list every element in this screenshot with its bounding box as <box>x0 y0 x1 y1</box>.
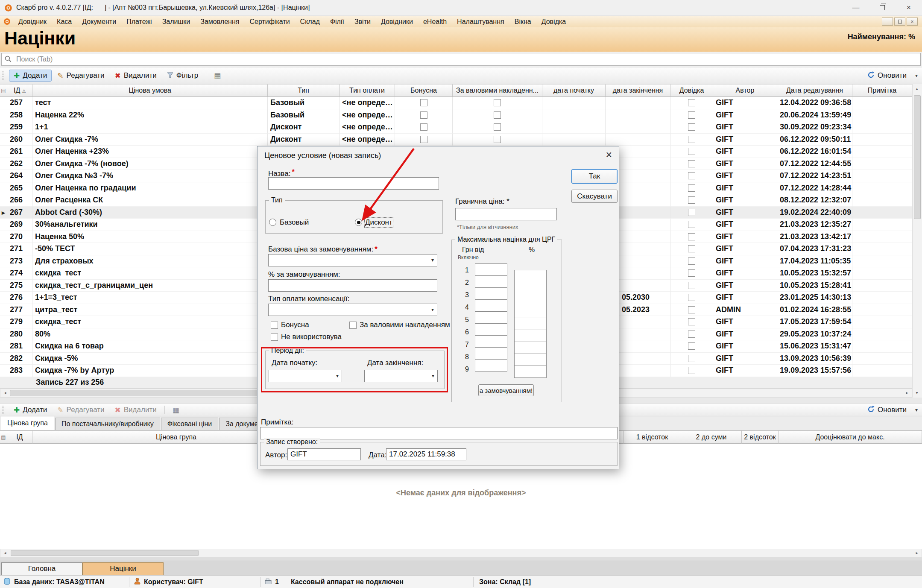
toolbar-grip[interactable] <box>3 406 5 414</box>
column-header-pct2[interactable]: 2 відсоток <box>742 430 779 444</box>
add-button[interactable]: ✚Додати <box>9 70 52 82</box>
mdi-restore-button[interactable] <box>894 18 905 26</box>
row-checkbox[interactable] <box>688 342 695 350</box>
payment-type-select[interactable]: ▾ <box>268 304 437 316</box>
refresh-button[interactable]: Оновити <box>863 70 911 82</box>
restore-button[interactable] <box>869 0 896 15</box>
menu-item[interactable]: Склад <box>295 18 325 26</box>
crg-grn-input[interactable] <box>475 347 507 360</box>
scroll-right-icon[interactable]: ▸ <box>913 549 921 557</box>
row-checkbox[interactable] <box>688 367 695 374</box>
close-button[interactable]: × <box>896 0 922 15</box>
vertical-scrollbar-main[interactable]: ▴ ▾ <box>912 84 922 398</box>
defaults-button[interactable]: а замовчуванням! <box>478 384 534 396</box>
date-start-select[interactable]: ▾ <box>269 370 342 382</box>
row-checkbox[interactable] <box>688 355 695 362</box>
crg-pct-input[interactable] <box>514 366 547 378</box>
filter-button[interactable]: Фільтр <box>162 70 203 82</box>
menu-item[interactable]: Документи <box>77 18 121 26</box>
row-checkbox[interactable] <box>688 282 695 289</box>
radio-base-label[interactable]: Базовый <box>280 218 309 227</box>
search-input[interactable] <box>1 53 921 66</box>
crg-grn-input[interactable] <box>475 335 507 348</box>
minimize-button[interactable]: — <box>843 0 869 15</box>
column-header-id[interactable]: ІД△ <box>7 84 32 97</box>
header-corner-cell[interactable]: ▤ <box>0 430 7 444</box>
crg-pct-input[interactable] <box>514 282 547 294</box>
row-checkbox[interactable] <box>688 306 695 313</box>
column-header-date-start[interactable]: дата початку <box>542 84 606 97</box>
row-checkbox[interactable] <box>494 99 501 106</box>
crg-pct-input[interactable] <box>514 354 547 366</box>
mdi-close-button[interactable]: × <box>907 18 918 26</box>
menu-item[interactable]: Сертифікати <box>244 18 295 26</box>
crg-pct-input[interactable] <box>514 294 547 306</box>
header-corner-cell[interactable]: ▤ <box>0 84 7 97</box>
menu-item[interactable]: Залишки <box>157 18 196 26</box>
radio-discount-label[interactable]: Дисконт <box>365 218 392 227</box>
crg-pct-input[interactable] <box>514 318 547 330</box>
row-checkbox[interactable] <box>688 196 695 204</box>
radio-base[interactable] <box>269 219 276 226</box>
table-row[interactable]: 258Наценка 22%Базовый<не опреде…GIFT20.0… <box>0 109 912 122</box>
row-checkbox[interactable] <box>688 160 695 167</box>
menu-item[interactable]: Довідка <box>536 18 571 26</box>
row-checkbox[interactable] <box>688 148 695 155</box>
row-checkbox[interactable] <box>420 136 427 143</box>
radio-discount[interactable] <box>355 219 362 226</box>
column-header-reference[interactable]: Довідка <box>670 84 713 97</box>
row-checkbox[interactable] <box>688 233 695 240</box>
columns-button-lower[interactable]: ▦ <box>168 406 184 415</box>
scrollbar-thumb[interactable] <box>914 95 921 219</box>
percent-default-input[interactable] <box>268 279 437 292</box>
menu-item[interactable]: Довідники <box>376 18 418 26</box>
crg-grn-input[interactable] <box>475 299 507 312</box>
column-header-author[interactable]: Автор <box>713 84 777 97</box>
row-checkbox[interactable] <box>688 172 695 179</box>
menu-item[interactable]: Каса <box>52 18 77 26</box>
tab-golovna[interactable]: Головна <box>1 562 82 575</box>
gross-checkbox[interactable] <box>349 322 357 329</box>
column-header-tosum2[interactable]: 2 до суми <box>681 430 742 444</box>
base-price-select[interactable]: ▾ <box>268 254 437 266</box>
crg-pct-input[interactable] <box>514 330 547 342</box>
menu-item[interactable]: Довідник <box>13 18 52 26</box>
add-button-lower[interactable]: ✚Додати <box>9 405 52 415</box>
crg-grn-input[interactable] <box>475 323 507 336</box>
row-checkbox[interactable] <box>420 123 427 131</box>
refresh-button-lower[interactable]: Оновити <box>863 405 911 415</box>
table-row[interactable]: 2591+1Дисконт<не опреде…GIFT30.09.2022 0… <box>0 121 912 134</box>
limit-price-input[interactable] <box>455 208 557 220</box>
author-input[interactable] <box>287 448 361 460</box>
mdi-minimize-button[interactable]: — <box>882 18 893 26</box>
bonus-checkbox[interactable] <box>271 322 278 329</box>
lower-tab[interactable]: Цінова група <box>1 416 54 430</box>
toolbar-grip[interactable] <box>3 71 5 80</box>
row-checkbox[interactable] <box>688 331 695 338</box>
edit-button-lower[interactable]: ✎Редагувати <box>53 405 109 415</box>
toolbar-overflow-icon[interactable]: ▾ <box>915 407 918 413</box>
gross-checkbox-row[interactable]: За валовими накладенням <box>349 321 450 329</box>
menu-item[interactable]: Філії <box>325 18 349 26</box>
horizontal-scrollbar-lower[interactable]: ◂ ▸ <box>0 549 922 557</box>
row-checkbox[interactable] <box>420 111 427 119</box>
row-checkbox[interactable] <box>688 245 695 252</box>
crg-pct-input[interactable] <box>514 342 547 354</box>
row-checkbox[interactable] <box>688 184 695 192</box>
tab-nacinky[interactable]: Націнки <box>82 562 164 575</box>
row-checkbox[interactable] <box>688 209 695 216</box>
row-checkbox[interactable] <box>688 221 695 228</box>
edit-button[interactable]: ✎Редагувати <box>53 70 109 82</box>
column-header-note[interactable]: Примітка <box>852 84 912 97</box>
menu-item[interactable]: Звіти <box>349 18 376 26</box>
crg-grn-input[interactable] <box>475 275 507 288</box>
cancel-button[interactable]: Скасувати <box>571 190 618 203</box>
not-used-checkbox-row[interactable]: Не використовува <box>271 333 342 341</box>
column-header-gross[interactable]: За валовими накладенн... <box>453 84 542 97</box>
row-checkbox[interactable] <box>494 123 501 131</box>
crg-grn-input[interactable] <box>475 287 507 300</box>
note-input[interactable] <box>260 427 618 439</box>
table-row[interactable]: 260Олег Скидка -7%Дисконт<не опреде…GIFT… <box>0 134 912 146</box>
row-checkbox[interactable] <box>494 136 501 143</box>
column-header-max[interactable]: Дооцінювати до макс. <box>779 430 922 444</box>
